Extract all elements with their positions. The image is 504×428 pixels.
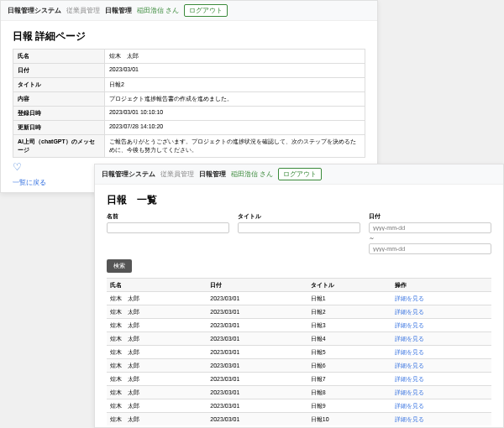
col-title: タイトル [307, 279, 391, 292]
cell-date: 2023/03/01 [207, 386, 307, 399]
table-row: 煌木 太郎2023/03/01日報10詳細を見る [107, 413, 491, 426]
search-name-label: 名前 [107, 212, 229, 221]
value-title: 日報2 [104, 78, 365, 92]
cell-title: 日報9 [307, 399, 391, 413]
cell-name: 煌木 太郎 [107, 359, 207, 373]
table-row: 煌木 太郎2023/03/01日報4詳細を見る [107, 332, 491, 346]
date-tilde: ～ [369, 234, 491, 243]
cell-date: 2023/03/01 [207, 319, 307, 332]
cell-title: 日報2 [307, 305, 391, 319]
search-date-from-input[interactable] [369, 222, 491, 233]
cell-date: 2023/03/01 [207, 373, 307, 386]
brand[interactable]: 日報管理システム [8, 6, 61, 15]
nav-reports[interactable]: 日報管理 [199, 170, 226, 179]
brand[interactable]: 日報管理システム [102, 170, 155, 179]
value-ai-msg: ご報告ありがとうございます。プロジェクトの進捗状況を確認して、次のステップを決め… [104, 135, 365, 158]
detail-link[interactable]: 詳細を見る [395, 336, 424, 342]
search-form: 名前 タイトル 日付 ～ [107, 212, 491, 254]
search-name-input[interactable] [107, 222, 229, 233]
detail-link[interactable]: 詳細を見る [395, 295, 424, 301]
label-name: 氏名 [13, 50, 105, 64]
label-content: 内容 [13, 92, 105, 107]
nav-user: 稲田浩信 さん [137, 6, 179, 15]
table-row: 煌木 太郎2023/03/01日報9詳細を見る [107, 399, 491, 413]
back-to-list-link[interactable]: 一覧に戻る [13, 178, 46, 187]
cell-title: 日報10 [307, 413, 391, 426]
detail-link[interactable]: 詳細を見る [395, 309, 424, 315]
value-created: 2023/03/01 10:10:10 [104, 107, 365, 121]
cell-name: 煌木 太郎 [107, 413, 207, 426]
value-updated: 2023/07/28 14:10:20 [104, 121, 365, 135]
cell-name: 煌木 太郎 [107, 305, 207, 319]
detail-link[interactable]: 詳細を見る [395, 322, 424, 328]
list-window: 日報管理システム 従業員管理 日報管理 稲田浩信 さん ログアウト 日報 一覧 … [94, 164, 504, 428]
cell-title: 日報1 [307, 292, 391, 305]
detail-table: 氏名煌木 太郎 日付2023/03/01 タイトル日報2 内容プロジェクト進捗報… [13, 49, 365, 158]
col-name: 氏名 [107, 279, 207, 292]
table-row: 煌木 太郎2023/03/01日報5詳細を見る [107, 346, 491, 359]
label-date: 日付 [13, 64, 105, 78]
list-page-title: 日報 一覧 [107, 193, 491, 207]
detail-link[interactable]: 詳細を見る [395, 376, 424, 382]
value-date: 2023/03/01 [104, 64, 365, 78]
logout-button[interactable]: ログアウト [278, 168, 322, 180]
cell-title: 日報4 [307, 332, 391, 346]
report-table: 氏名 日付 タイトル 操作 煌木 太郎2023/03/01日報1詳細を見る煌木 … [107, 278, 491, 425]
navbar: 日報管理システム 従業員管理 日報管理 稲田浩信 さん ログアウト [95, 164, 503, 185]
label-updated: 更新日時 [13, 121, 105, 135]
detail-link[interactable]: 詳細を見る [395, 416, 424, 422]
detail-link[interactable]: 詳細を見る [395, 389, 424, 395]
cell-title: 日報3 [307, 319, 391, 332]
col-date: 日付 [207, 279, 307, 292]
nav-employees[interactable]: 従業員管理 [160, 170, 194, 179]
table-row: 煌木 太郎2023/03/01日報6詳細を見る [107, 359, 491, 373]
table-row: 煌木 太郎2023/03/01日報8詳細を見る [107, 386, 491, 399]
value-content: プロジェクト進捗報告書の作成を進めました。 [104, 92, 365, 107]
nav-employees[interactable]: 従業員管理 [66, 6, 100, 15]
cell-name: 煌木 太郎 [107, 332, 207, 346]
label-title: タイトル [13, 78, 105, 92]
logout-button[interactable]: ログアウト [184, 4, 228, 17]
search-title-input[interactable] [238, 222, 360, 233]
nav-user: 稲田浩信 さん [231, 170, 273, 179]
detail-link[interactable]: 詳細を見る [395, 363, 424, 368]
search-button[interactable]: 検索 [107, 259, 132, 273]
cell-title: 日報7 [307, 373, 391, 386]
cell-name: 煌木 太郎 [107, 373, 207, 386]
nav-reports[interactable]: 日報管理 [105, 6, 132, 15]
search-date-to-input[interactable] [369, 243, 491, 254]
label-created: 登録日時 [13, 107, 105, 121]
cell-date: 2023/03/01 [207, 346, 307, 359]
cell-date: 2023/03/01 [207, 359, 307, 373]
detail-link[interactable]: 詳細を見る [395, 403, 424, 409]
table-row: 煌木 太郎2023/03/01日報3詳細を見る [107, 319, 491, 332]
table-row: 煌木 太郎2023/03/01日報1詳細を見る [107, 292, 491, 305]
cell-title: 日報8 [307, 386, 391, 399]
label-ai-msg: AI上司（chatGPT）のメッセージ [13, 135, 105, 158]
value-name: 煌木 太郎 [104, 50, 365, 64]
cell-name: 煌木 太郎 [107, 399, 207, 413]
navbar: 日報管理システム 従業員管理 日報管理 稲田浩信 さん ログアウト [1, 1, 377, 21]
search-date-label: 日付 [369, 212, 491, 221]
cell-date: 2023/03/01 [207, 292, 307, 305]
cell-date: 2023/03/01 [207, 399, 307, 413]
cell-name: 煌木 太郎 [107, 319, 207, 332]
cell-date: 2023/03/01 [207, 413, 307, 426]
cell-name: 煌木 太郎 [107, 386, 207, 399]
cell-name: 煌木 太郎 [107, 292, 207, 305]
cell-title: 日報5 [307, 346, 391, 359]
table-row: 煌木 太郎2023/03/01日報2詳細を見る [107, 305, 491, 319]
cell-title: 日報6 [307, 359, 391, 373]
cell-date: 2023/03/01 [207, 332, 307, 346]
col-action: 操作 [391, 279, 491, 292]
detail-page-title: 日報 詳細ページ [13, 29, 365, 44]
search-title-label: タイトル [238, 212, 360, 221]
detail-link[interactable]: 詳細を見る [395, 349, 424, 355]
cell-name: 煌木 太郎 [107, 346, 207, 359]
cell-date: 2023/03/01 [207, 305, 307, 319]
table-row: 煌木 太郎2023/03/01日報7詳細を見る [107, 373, 491, 386]
